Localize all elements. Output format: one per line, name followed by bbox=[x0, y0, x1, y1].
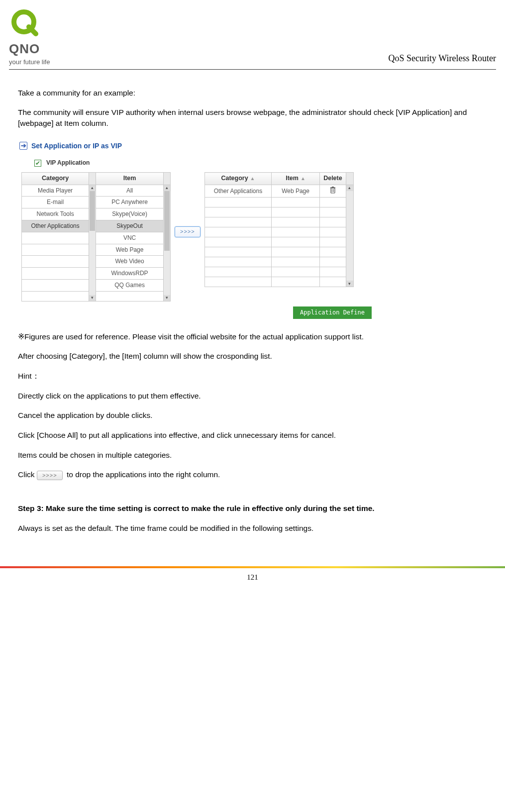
right-item-cell bbox=[272, 227, 320, 237]
left-header-item[interactable]: Item bbox=[96, 173, 163, 185]
right-item-cell bbox=[272, 267, 320, 277]
right-category-cell bbox=[204, 237, 272, 247]
hint-1: Directly click on the applications to pu… bbox=[18, 391, 496, 402]
right-category-cell bbox=[204, 198, 272, 207]
left-item-cell[interactable]: Skype(Voice) bbox=[96, 208, 163, 220]
right-header-category[interactable]: Category▲ bbox=[204, 173, 272, 185]
vip-checkbox-row: ✔ VIP Application bbox=[19, 155, 375, 172]
vip-checkbox[interactable]: ✔ bbox=[34, 160, 41, 167]
panel-title: Set Application or IP as VIP bbox=[31, 141, 122, 151]
left-table: Category Item Media Player▴▾All▴▾E-mailP… bbox=[21, 172, 171, 302]
right-delete-cell bbox=[319, 257, 346, 267]
right-scrollbar-track[interactable]: ▴▾ bbox=[346, 185, 353, 287]
right-header-item[interactable]: Item▲ bbox=[272, 173, 320, 185]
right-delete-cell bbox=[319, 237, 346, 247]
left-category-cell[interactable]: Media Player bbox=[22, 185, 89, 197]
panel-title-row: ➔ Set Application or IP as VIP bbox=[19, 140, 375, 155]
logo-block: QNO your future life bbox=[9, 9, 50, 67]
hint-2: Cancel the application by double clicks. bbox=[18, 410, 496, 421]
spacer bbox=[9, 489, 496, 494]
right-category-cell: Other Applications bbox=[204, 185, 272, 198]
left-item-cell[interactable]: PC Anywhere bbox=[96, 197, 163, 208]
sort-asc-icon[interactable]: ▲ bbox=[250, 175, 255, 182]
left-category-cell[interactable] bbox=[22, 256, 89, 268]
hint-3: Click [Choose All] to put all applicatio… bbox=[18, 430, 496, 441]
right-scrollbar[interactable] bbox=[346, 173, 353, 185]
vip-application-panel: ➔ Set Application or IP as VIP ✔ VIP App… bbox=[18, 138, 376, 322]
right-delete-cell bbox=[319, 198, 346, 207]
left-item-scrollbar[interactable] bbox=[163, 173, 170, 185]
right-category-cell bbox=[204, 247, 272, 257]
left-item-cell[interactable]: SkypeOut bbox=[96, 220, 163, 232]
paragraph-intro-2: The community will ensure VIP authority … bbox=[18, 107, 496, 128]
left-category-scrollbar[interactable] bbox=[89, 173, 96, 185]
right-category-cell bbox=[204, 277, 272, 287]
left-item-cell[interactable]: VNC bbox=[96, 232, 163, 244]
left-category-cell[interactable] bbox=[22, 291, 89, 301]
svg-rect-3 bbox=[332, 187, 334, 188]
right-item-cell bbox=[272, 207, 320, 217]
svg-rect-1 bbox=[331, 188, 335, 193]
right-item-cell bbox=[272, 198, 320, 207]
right-item-cell bbox=[272, 217, 320, 227]
panel-expand-icon[interactable]: ➔ bbox=[19, 142, 27, 150]
click-suffix: to drop the applications into the right … bbox=[67, 470, 220, 479]
vip-checkbox-label: VIP Application bbox=[46, 159, 90, 167]
right-delete-cell bbox=[319, 207, 346, 217]
left-item-cell[interactable] bbox=[96, 291, 163, 301]
qno-logo-icon bbox=[9, 9, 39, 39]
right-delete-cell bbox=[319, 277, 346, 287]
paragraph-after-choosing: After choosing [Category], the [Item] co… bbox=[18, 351, 496, 362]
left-category-cell[interactable] bbox=[22, 232, 89, 244]
right-category-cell bbox=[204, 207, 272, 217]
left-category-cell[interactable]: Network Tools bbox=[22, 208, 89, 220]
logo-tagline: your future life bbox=[9, 58, 50, 67]
trash-icon[interactable] bbox=[330, 187, 336, 194]
right-category-cell bbox=[204, 257, 272, 267]
right-item-cell bbox=[272, 277, 320, 287]
click-prefix: Click bbox=[18, 470, 35, 479]
logo-brand: QNO bbox=[9, 40, 40, 58]
paragraph-intro-1: Take a community for an example: bbox=[18, 88, 496, 99]
left-item-cell[interactable]: Web Page bbox=[96, 244, 163, 256]
figures-note: ※Figures are used for reference. Please … bbox=[18, 331, 496, 342]
right-header-delete[interactable]: Delete bbox=[319, 173, 346, 185]
hint-4: Items could be chosen in multiple catego… bbox=[18, 450, 496, 461]
svg-rect-2 bbox=[330, 187, 335, 188]
left-item-scrollbar-track[interactable]: ▴▾ bbox=[163, 185, 170, 301]
right-item-cell bbox=[272, 247, 320, 257]
paragraph-always-default: Always is set as the default. The time f… bbox=[18, 523, 496, 534]
step-3-heading: Step 3: Make sure the time setting is co… bbox=[18, 503, 496, 514]
left-item-cell[interactable]: All bbox=[96, 185, 163, 197]
product-title: QoS Security Wireless Router bbox=[389, 52, 496, 67]
left-item-cell[interactable]: QQ Games bbox=[96, 279, 163, 291]
right-category-cell bbox=[204, 227, 272, 237]
left-item-cell[interactable]: WindowsRDP bbox=[96, 268, 163, 280]
right-delete-cell bbox=[319, 227, 346, 237]
left-category-cell[interactable] bbox=[22, 268, 89, 280]
right-item-cell: Web Page bbox=[272, 185, 320, 198]
sort-asc-icon[interactable]: ▲ bbox=[301, 175, 305, 182]
right-table: Category▲ Item▲ Delete Other Application… bbox=[204, 172, 354, 287]
left-header-category[interactable]: Category bbox=[22, 173, 89, 185]
right-delete-cell bbox=[319, 217, 346, 227]
right-delete-cell[interactable] bbox=[319, 185, 346, 198]
right-item-cell bbox=[272, 237, 320, 247]
left-category-cell[interactable]: Other Applications bbox=[22, 220, 89, 232]
page-number: 121 bbox=[0, 568, 505, 592]
left-category-cell[interactable] bbox=[22, 279, 89, 291]
left-category-scrollbar-track[interactable]: ▴▾ bbox=[89, 185, 96, 301]
left-category-cell[interactable]: E-mail bbox=[22, 197, 89, 208]
right-delete-cell bbox=[319, 267, 346, 277]
move-right-button[interactable]: >>>> bbox=[175, 226, 201, 237]
right-item-cell bbox=[272, 257, 320, 267]
application-define-button[interactable]: Application Define bbox=[293, 306, 372, 319]
right-category-cell bbox=[204, 267, 272, 277]
left-item-cell[interactable]: Web Video bbox=[96, 256, 163, 268]
click-move-line: Click >>>> to drop the applications into… bbox=[18, 469, 496, 480]
right-delete-cell bbox=[319, 247, 346, 257]
right-category-cell bbox=[204, 217, 272, 227]
left-category-cell[interactable] bbox=[22, 244, 89, 256]
page-header: QNO your future life QoS Security Wirele… bbox=[9, 9, 496, 70]
inline-move-right-button[interactable]: >>>> bbox=[37, 471, 63, 480]
